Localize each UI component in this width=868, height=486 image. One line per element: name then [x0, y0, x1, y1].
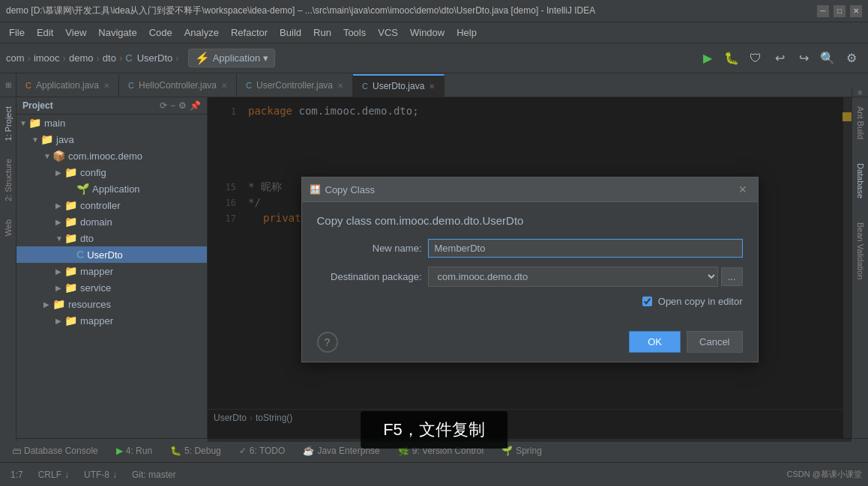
tree-label-config: config: [80, 167, 106, 178]
folder-icon-domain: 📁: [64, 216, 77, 228]
dialog-open-copy-checkbox[interactable]: [642, 297, 652, 306]
menu-bar: File Edit View Navigate Code Analyze Ref…: [0, 22, 868, 43]
menu-tools[interactable]: Tools: [337, 24, 372, 41]
breadcrumb-dto[interactable]: dto: [103, 52, 116, 64]
menu-file[interactable]: File: [3, 24, 31, 41]
tab-hello[interactable]: C HelloController.java ✕: [119, 74, 237, 97]
debug-icon: 🐛: [170, 446, 181, 456]
tab-usercontroller-close[interactable]: ✕: [337, 82, 343, 90]
menu-code[interactable]: Code: [143, 24, 178, 41]
editor-tabs: ⊞ C Application.java ✕ C HelloController…: [0, 73, 868, 97]
status-encoding[interactable]: UTF-8 ↓: [79, 468, 121, 482]
sidebar-collapse-button[interactable]: −: [170, 100, 175, 111]
tab-application-icon: C: [25, 81, 31, 90]
window-controls: ─ □ ✕: [817, 5, 862, 17]
run-label: 4: Run: [126, 446, 152, 456]
folder-icon-main: 📁: [28, 117, 41, 129]
tree-arrow-config: ▶: [55, 168, 64, 177]
status-encoding-value: UTF-8: [84, 470, 109, 480]
close-button[interactable]: ✕: [850, 5, 862, 17]
dialog-heading: Copy class com.imooc.demo.dto.UserDto: [317, 214, 743, 227]
undo-button[interactable]: ↩: [769, 48, 790, 69]
left-tab-structure[interactable]: 2: Structure: [2, 153, 14, 207]
sidebar-toggle[interactable]: ⊞: [5, 81, 11, 89]
minimize-button[interactable]: ─: [817, 5, 829, 17]
breadcrumb-demo[interactable]: demo: [69, 52, 94, 64]
right-tab-ant[interactable]: Ant Build: [855, 100, 867, 145]
dialog-help-button[interactable]: ?: [317, 332, 338, 353]
tree-item-dto[interactable]: ▼ 📁 dto: [16, 230, 207, 246]
tab-usercontroller[interactable]: C UserController.java ✕: [237, 74, 353, 97]
menu-build[interactable]: Build: [274, 24, 307, 41]
tab-hello-close[interactable]: ✕: [221, 82, 227, 90]
tree-item-controller[interactable]: ▶ 📁 controller: [16, 197, 207, 213]
right-tab-database[interactable]: Database: [855, 157, 867, 204]
left-tab-project[interactable]: 1: Project: [2, 100, 14, 147]
menu-run[interactable]: Run: [307, 24, 337, 41]
menu-view[interactable]: View: [59, 24, 92, 41]
sidebar-settings-button[interactable]: ⚙: [178, 100, 187, 111]
tree-item-com[interactable]: ▼ 📦 com.imooc.demo: [16, 148, 207, 164]
debug-button[interactable]: 🐛: [721, 48, 742, 69]
status-git[interactable]: Git: master: [127, 468, 181, 482]
bottom-tab-database[interactable]: 🗃 Database Console: [6, 443, 104, 459]
breadcrumb-imooc[interactable]: imooc: [34, 52, 60, 64]
coverage-button[interactable]: 🛡: [745, 48, 766, 69]
run-button[interactable]: ▶: [697, 48, 718, 69]
menu-refactor[interactable]: Refactor: [225, 24, 274, 41]
notification-text: F5，文件复制: [383, 420, 485, 439]
tree-arrow-mapper2: ▶: [55, 317, 64, 325]
toolbar: com › imooc › demo › dto › C UserDto › ⚡…: [0, 43, 868, 73]
breadcrumb-userdto[interactable]: UserDto: [137, 52, 173, 64]
bottom-tab-debug[interactable]: 🐛 5: Debug: [164, 443, 227, 459]
tab-application-close[interactable]: ✕: [103, 82, 109, 90]
tree-item-userdto[interactable]: C UserDto: [16, 246, 207, 263]
dialog-destination-row: Destination package: com.imooc.demo.dto …: [317, 267, 743, 287]
tree-item-resources[interactable]: ▶ 📁 resources: [16, 296, 207, 312]
tab-userdto-close[interactable]: ✕: [429, 82, 435, 91]
status-position[interactable]: 1:7: [6, 468, 28, 482]
tree-item-config[interactable]: ▶ 📁 config: [16, 164, 207, 180]
dialog-body: Copy class com.imooc.demo.dto.UserDto Ne…: [302, 202, 758, 325]
tree-item-domain[interactable]: ▶ 📁 domain: [16, 213, 207, 230]
java-icon-userdto: C: [76, 249, 84, 261]
redo-button[interactable]: ↪: [793, 48, 814, 69]
sidebar-actions: ⟳ − ⚙ 📌: [160, 100, 201, 111]
menu-vcs[interactable]: VCS: [372, 24, 404, 41]
tree-item-application[interactable]: 🌱 Application: [16, 180, 207, 197]
run-config-dropdown[interactable]: ⚡ Application ▾: [188, 49, 276, 67]
bottom-tab-todo[interactable]: ✓ 6: TODO: [233, 443, 292, 459]
status-line-ending[interactable]: CRLF ↓: [34, 468, 73, 482]
dialog-close-button[interactable]: ✕: [735, 182, 750, 197]
tree-item-mapper2[interactable]: ▶ 📁 mapper: [16, 312, 207, 329]
tree-item-main[interactable]: ▼ 📁 main: [16, 115, 207, 131]
tree-item-java[interactable]: ▼ 📁 java: [16, 131, 207, 148]
dialog-destination-select[interactable]: com.imooc.demo.dto: [428, 267, 718, 287]
dialog-cancel-button[interactable]: Cancel: [687, 331, 742, 353]
dialog-browse-button[interactable]: ...: [721, 267, 743, 286]
right-tab-bean[interactable]: Bean Validation: [855, 216, 867, 285]
bottom-tab-run[interactable]: ▶ 4: Run: [110, 443, 158, 459]
breadcrumb-com[interactable]: com: [6, 52, 25, 64]
tabs-overflow[interactable]: ≡: [858, 88, 863, 97]
settings-button[interactable]: ⚙: [841, 48, 862, 69]
left-tab-web[interactable]: Web: [2, 213, 14, 242]
menu-window[interactable]: Window: [404, 24, 450, 41]
menu-help[interactable]: Help: [450, 24, 483, 41]
tree-item-service[interactable]: ▶ 📁 service: [16, 279, 207, 296]
maximize-button[interactable]: □: [834, 5, 846, 17]
notification-toast: F5，文件复制: [361, 411, 507, 449]
run-icon: ▶: [116, 446, 123, 456]
dialog-new-name-input[interactable]: [428, 239, 743, 258]
menu-analyze[interactable]: Analyze: [178, 24, 225, 41]
sidebar-pin-button[interactable]: 📌: [190, 100, 201, 111]
menu-navigate[interactable]: Navigate: [92, 24, 142, 41]
tab-application[interactable]: C Application.java ✕: [16, 74, 119, 97]
menu-edit[interactable]: Edit: [31, 24, 59, 41]
tree-item-mapper[interactable]: ▶ 📁 mapper: [16, 263, 207, 279]
tab-userdto[interactable]: C UserDto.java ✕: [353, 74, 444, 97]
dialog-ok-button[interactable]: OK: [629, 331, 681, 353]
sidebar-sync-button[interactable]: ⟳: [160, 100, 167, 111]
tree-arrow-dto: ▼: [55, 234, 64, 243]
search-button[interactable]: 🔍: [817, 48, 838, 69]
